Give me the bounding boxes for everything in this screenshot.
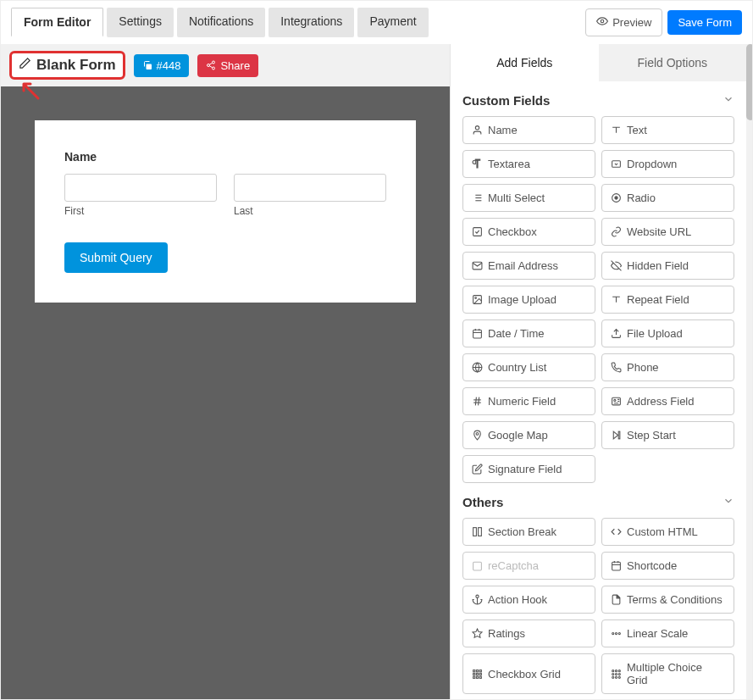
- svg-point-34: [613, 399, 615, 401]
- check-icon: [471, 226, 483, 237]
- field-label: Website URL: [627, 225, 691, 238]
- field-btn-address-field[interactable]: Address Field: [601, 387, 734, 415]
- field-btn-phone[interactable]: Phone: [601, 353, 734, 381]
- field-btn-website-url[interactable]: Website URL: [601, 218, 734, 246]
- field-btn-multi-select[interactable]: Multi Select: [462, 184, 595, 212]
- repeat-icon: [610, 294, 622, 305]
- recap-icon: [471, 560, 483, 571]
- field-btn-multiple-choice-grid[interactable]: Multiple Choice Grid: [601, 653, 734, 694]
- field-btn-checkbox-grid[interactable]: Checkbox Grid: [462, 653, 595, 694]
- fields-scroll[interactable]: Custom FieldsNameTextTextareaDropdownMul…: [451, 81, 746, 699]
- field-label: Name: [488, 124, 518, 136]
- field-label: Step Start: [627, 429, 676, 442]
- first-name-input[interactable]: [64, 174, 217, 202]
- preview-label: Preview: [612, 16, 651, 29]
- svg-line-6: [210, 63, 213, 64]
- eye-icon: [596, 15, 608, 30]
- field-btn-google-map[interactable]: Google Map: [462, 421, 595, 449]
- section-header-custom-fields[interactable]: Custom Fields: [454, 81, 743, 116]
- field-btn-dropdown[interactable]: Dropdown: [601, 150, 734, 178]
- field-label: Address Field: [627, 395, 694, 408]
- address-icon: [610, 396, 622, 407]
- last-sublabel: Last: [234, 205, 386, 217]
- svg-point-61: [618, 669, 620, 671]
- first-name-col: First: [64, 174, 217, 217]
- svg-rect-58: [479, 676, 481, 678]
- field-btn-country-list[interactable]: Country List: [462, 353, 595, 381]
- top-tab-settings[interactable]: Settings: [107, 8, 174, 37]
- field-btn-terms-conditions[interactable]: Terms & Conditions: [601, 586, 734, 614]
- side-scrollbar[interactable]: [746, 44, 752, 699]
- last-name-col: Last: [234, 174, 386, 217]
- field-btn-custom-html[interactable]: Custom HTML: [601, 518, 734, 546]
- gridr-icon: [610, 669, 622, 680]
- field-label: Textarea: [488, 158, 530, 170]
- scrollbar-thumb[interactable]: [746, 44, 752, 120]
- field-label: Dropdown: [627, 158, 677, 170]
- right-column: Add FieldsField Options Custom FieldsNam…: [450, 44, 752, 699]
- section-header-others[interactable]: Others: [454, 483, 743, 518]
- edit-icon: [471, 464, 483, 475]
- field-btn-hidden-field[interactable]: Hidden Field: [601, 252, 734, 280]
- save-form-button[interactable]: Save Form: [667, 10, 742, 35]
- field-label: Linear Scale: [627, 627, 688, 640]
- svg-rect-8: [612, 161, 620, 168]
- side-tabs: Add FieldsField Options: [451, 44, 746, 81]
- share-label: Share: [220, 59, 250, 72]
- gridc-icon: [471, 669, 483, 680]
- field-btn-name[interactable]: Name: [462, 116, 595, 144]
- field-label: Phone: [627, 361, 659, 374]
- submit-button[interactable]: Submit Query: [64, 242, 168, 273]
- svg-point-67: [618, 676, 620, 678]
- top-tab-form-editor[interactable]: Form Editor: [11, 8, 103, 37]
- form-title-box[interactable]: Blank Form: [9, 51, 125, 80]
- top-tab-integrations[interactable]: Integrations: [269, 8, 354, 37]
- save-label: Save Form: [678, 16, 732, 29]
- svg-point-62: [612, 673, 613, 675]
- field-btn-text[interactable]: Text: [601, 116, 734, 144]
- builder: Blank Form #448 Share Name: [1, 44, 752, 699]
- field-btn-step-start[interactable]: Step Start: [601, 421, 734, 449]
- field-btn-date-time[interactable]: Date / Time: [462, 319, 595, 347]
- field-label: Ratings: [488, 627, 525, 640]
- side-tab-field-options[interactable]: Field Options: [599, 44, 747, 81]
- field-btn-section-break[interactable]: Section Break: [462, 518, 595, 546]
- svg-point-7: [475, 126, 479, 130]
- side-tab-add-fields[interactable]: Add Fields: [451, 44, 599, 81]
- top-tab-notifications[interactable]: Notifications: [177, 8, 265, 37]
- field-btn-repeat-field[interactable]: Repeat Field: [601, 286, 734, 314]
- field-btn-linear-scale[interactable]: Linear Scale: [601, 619, 734, 647]
- field-btn-radio[interactable]: Radio: [601, 184, 734, 212]
- chevron-down-icon: [723, 495, 734, 509]
- svg-point-16: [614, 197, 617, 199]
- field-label: Checkbox Grid: [488, 668, 561, 681]
- field-btn-ratings[interactable]: Ratings: [462, 619, 595, 647]
- annotation-arrow-icon: [17, 77, 42, 103]
- share-button[interactable]: Share: [197, 54, 258, 77]
- name-row: First Last: [64, 174, 386, 217]
- anchor-icon: [471, 594, 483, 605]
- cols-icon: [471, 526, 483, 537]
- hidden-icon: [610, 260, 622, 271]
- field-btn-image-upload[interactable]: Image Upload: [462, 286, 595, 314]
- form-id-badge[interactable]: #448: [134, 54, 190, 77]
- field-btn-file-upload[interactable]: File Upload: [601, 319, 734, 347]
- field-btn-numeric-field[interactable]: Numeric Field: [462, 387, 595, 415]
- field-btn-action-hook[interactable]: Action Hook: [462, 586, 595, 614]
- field-btn-shortcode[interactable]: Shortcode: [601, 552, 734, 580]
- chevron-down-icon: [723, 93, 734, 108]
- field-btn-email-address[interactable]: Email Address: [462, 252, 595, 280]
- field-label: Numeric Field: [488, 395, 556, 408]
- top-tab-payment[interactable]: Payment: [357, 8, 428, 37]
- svg-rect-39: [473, 562, 481, 570]
- last-name-input[interactable]: [234, 174, 386, 202]
- preview-button[interactable]: Preview: [585, 8, 662, 36]
- field-btn-signature-field[interactable]: Signature Field: [462, 455, 595, 483]
- field-label: Country List: [488, 361, 546, 374]
- field-label: Date / Time: [488, 327, 544, 340]
- field-btn-checkbox[interactable]: Checkbox: [462, 218, 595, 246]
- field-btn-textarea[interactable]: Textarea: [462, 150, 595, 178]
- svg-point-48: [615, 632, 617, 634]
- field-label: reCaptcha: [488, 559, 539, 572]
- svg-rect-51: [476, 669, 478, 671]
